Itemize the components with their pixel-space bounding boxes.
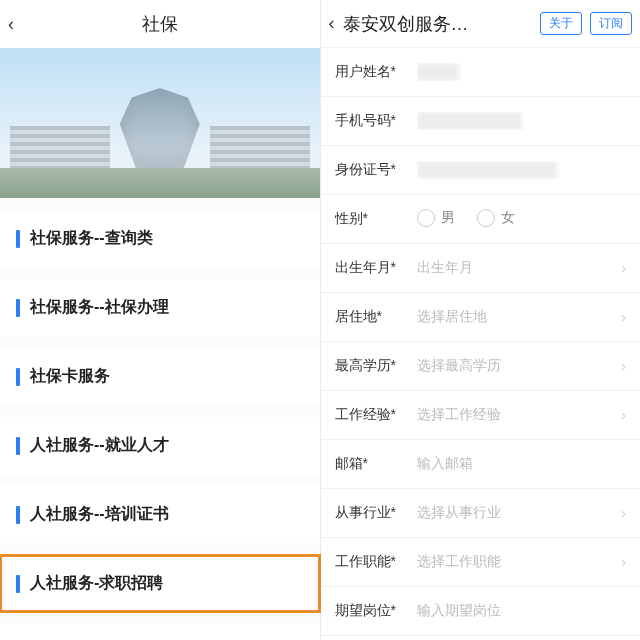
field-placeholder: 输入期望岗位 xyxy=(417,602,627,620)
field-label: 身份证号* xyxy=(335,161,417,179)
field-value: ＊＊＊＊＊＊＊＊＊＊ xyxy=(417,161,627,179)
field-label: 邮箱* xyxy=(335,455,417,473)
field-label: 工作经验* xyxy=(335,406,417,424)
field-label: 居住地* xyxy=(335,308,417,326)
category-item[interactable]: 社保卡服务 xyxy=(0,348,320,405)
field-label: 手机号码* xyxy=(335,112,417,130)
accent-bar xyxy=(16,299,20,317)
radio-circle-icon xyxy=(417,209,435,227)
field-label: 从事行业* xyxy=(335,504,417,522)
chevron-right-icon: › xyxy=(621,260,626,276)
radio-male[interactable]: 男 xyxy=(417,209,455,227)
category-item[interactable]: 人社服务--就业人才 xyxy=(0,417,320,474)
gender-group: 男女 xyxy=(417,209,627,230)
profile-form-panel: ‹ 泰安双创服务… 关于 订阅 用户姓名*＊ 亮手机号码*1＊＊＊＊ ＊身份证号… xyxy=(321,0,641,640)
form-row[interactable]: 性别*男女 xyxy=(321,195,641,244)
form-row[interactable]: 期望薪资*选择期望薪资› xyxy=(321,636,641,640)
form-row[interactable]: 最高学历*选择最高学历› xyxy=(321,342,641,391)
category-item[interactable]: 人社服务--培训证书 xyxy=(0,486,320,543)
chevron-right-icon: › xyxy=(621,407,626,423)
brand-footer: 泰安双创服务平台泰山集结号 xyxy=(0,624,320,640)
form-row[interactable]: 居住地*选择居住地› xyxy=(321,293,641,342)
field-value: ＊ 亮 xyxy=(417,63,627,81)
back-icon[interactable]: ‹ xyxy=(329,13,335,34)
subscribe-button[interactable]: 订阅 xyxy=(590,12,632,35)
hero-image xyxy=(0,48,320,198)
profile-form: 用户姓名*＊ 亮手机号码*1＊＊＊＊ ＊身份证号*＊＊＊＊＊＊＊＊＊＊性别*男女… xyxy=(321,48,641,640)
accent-bar xyxy=(16,368,20,386)
radio-label: 女 xyxy=(501,209,515,227)
accent-bar xyxy=(16,506,20,524)
field-label: 工作职能* xyxy=(335,553,417,571)
left-title: 社保 xyxy=(142,12,178,36)
chevron-right-icon: › xyxy=(621,358,626,374)
radio-circle-icon xyxy=(477,209,495,227)
field-label: 期望岗位* xyxy=(335,602,417,620)
back-icon[interactable]: ‹ xyxy=(8,14,14,35)
form-row[interactable]: 工作职能*选择工作职能› xyxy=(321,538,641,587)
chevron-right-icon: › xyxy=(621,309,626,325)
field-value: 1＊＊＊＊ ＊ xyxy=(417,112,627,130)
form-row[interactable]: 出生年月*出生年月› xyxy=(321,244,641,293)
accent-bar xyxy=(16,575,20,593)
right-header: ‹ 泰安双创服务… 关于 订阅 xyxy=(321,0,641,48)
left-header: ‹ 社保 xyxy=(0,0,320,48)
category-label: 人社服务--就业人才 xyxy=(30,435,169,456)
category-item[interactable]: 社保服务--查询类 xyxy=(0,210,320,267)
form-row[interactable]: 用户姓名*＊ 亮 xyxy=(321,48,641,97)
chevron-right-icon: › xyxy=(621,554,626,570)
category-label: 人社服务--培训证书 xyxy=(30,504,169,525)
accent-bar xyxy=(16,437,20,455)
social-insurance-panel: ‹ 社保 社保服务--查询类社保服务--社保办理社保卡服务人社服务--就业人才人… xyxy=(0,0,321,640)
category-list: 社保服务--查询类社保服务--社保办理社保卡服务人社服务--就业人才人社服务--… xyxy=(0,210,320,612)
field-placeholder: 输入邮箱 xyxy=(417,455,627,473)
form-row[interactable]: 身份证号*＊＊＊＊＊＊＊＊＊＊ xyxy=(321,146,641,195)
category-label: 社保服务--查询类 xyxy=(30,228,153,249)
form-row[interactable]: 从事行业*选择从事行业› xyxy=(321,489,641,538)
category-label: 人社服务-求职招聘 xyxy=(30,573,163,594)
field-placeholder: 选择居住地 xyxy=(417,308,616,326)
field-label: 最高学历* xyxy=(335,357,417,375)
category-item[interactable]: 社保服务--社保办理 xyxy=(0,279,320,336)
category-label: 社保卡服务 xyxy=(30,366,110,387)
radio-female[interactable]: 女 xyxy=(477,209,515,227)
chevron-right-icon: › xyxy=(621,505,626,521)
field-placeholder: 选择从事行业 xyxy=(417,504,616,522)
form-row[interactable]: 邮箱*输入邮箱 xyxy=(321,440,641,489)
radio-label: 男 xyxy=(441,209,455,227)
category-label: 社保服务--社保办理 xyxy=(30,297,169,318)
form-row[interactable]: 工作经验*选择工作经验› xyxy=(321,391,641,440)
form-row[interactable]: 期望岗位*输入期望岗位 xyxy=(321,587,641,636)
field-placeholder: 出生年月 xyxy=(417,259,616,277)
accent-bar xyxy=(16,230,20,248)
about-button[interactable]: 关于 xyxy=(540,12,582,35)
field-label: 用户姓名* xyxy=(335,63,417,81)
field-label: 性别* xyxy=(335,210,417,228)
right-title: 泰安双创服务… xyxy=(343,12,533,36)
field-placeholder: 选择最高学历 xyxy=(417,357,616,375)
form-row[interactable]: 手机号码*1＊＊＊＊ ＊ xyxy=(321,97,641,146)
field-placeholder: 选择工作职能 xyxy=(417,553,616,571)
field-placeholder: 选择工作经验 xyxy=(417,406,616,424)
category-item[interactable]: 人社服务-求职招聘 xyxy=(0,555,320,612)
field-label: 出生年月* xyxy=(335,259,417,277)
